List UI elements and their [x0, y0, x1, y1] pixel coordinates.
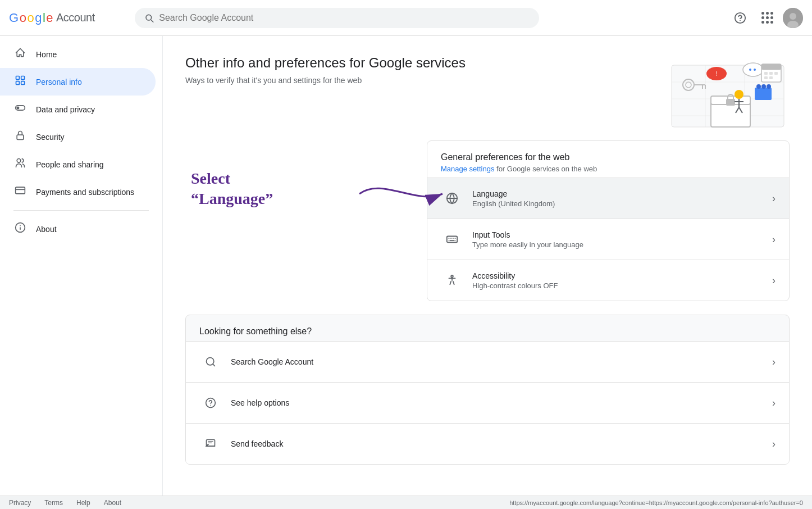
accessibility-icon [441, 269, 463, 292]
footer-help[interactable]: Help [76, 499, 90, 507]
language-item-text: Language English (United Kingdom) [472, 189, 763, 208]
accessibility-title: Accessibility [472, 271, 763, 280]
sidebar-item-label: Payments and subscriptions [36, 188, 134, 197]
illustration-svg: ! [666, 54, 790, 133]
svg-point-35 [754, 69, 756, 71]
chevron-right-icon: › [772, 275, 775, 287]
svg-text:!: ! [716, 71, 718, 77]
svg-rect-44 [769, 72, 773, 75]
accessibility-item-text: Accessibility High-contrast colours OFF [472, 271, 763, 290]
footer-about[interactable]: About [104, 499, 121, 507]
svg-point-66 [211, 405, 211, 406]
sidebar-item-label: Data and privacy [36, 105, 95, 114]
preferences-card: General preferences for the web Manage s… [427, 140, 790, 301]
handwritten-annotation: Select “Language” [191, 169, 273, 210]
svg-point-34 [749, 69, 751, 71]
chevron-right-icon: › [772, 356, 775, 368]
home-icon [13, 47, 27, 61]
card-subtitle: Manage settings for Google services on t… [441, 165, 775, 173]
svg-rect-45 [774, 72, 778, 75]
sidebar-item-label: Home [36, 50, 57, 59]
search-icon [199, 351, 222, 373]
feedback-icon [199, 433, 222, 455]
sidebar-item-people-sharing[interactable]: People and sharing [0, 151, 156, 178]
sidebar-item-personal-info[interactable]: Personal info [0, 68, 156, 96]
logo-area: Google Account [9, 11, 121, 25]
sidebar-item-label: Security [36, 133, 65, 142]
svg-rect-47 [769, 76, 773, 79]
subtitle-after-text: for Google services on the web [494, 165, 597, 173]
section-subtitle: Ways to verify that it's you and setting… [185, 76, 466, 85]
looking-card: Looking for something else? Search Googl… [185, 315, 790, 465]
chevron-right-icon: › [772, 193, 775, 204]
search-input[interactable] [159, 13, 530, 23]
help-label: See help options [231, 398, 763, 407]
sidebar: Home Personal info Data and privacy [0, 36, 163, 509]
svg-rect-7 [21, 76, 25, 80]
looking-item-help[interactable]: See help options › [186, 382, 789, 423]
card-item-language[interactable]: Language English (United Kingdom) › [427, 178, 789, 219]
footer-terms[interactable]: Terms [44, 499, 63, 507]
input-tools-title: Input Tools [472, 230, 763, 239]
svg-point-10 [16, 107, 19, 110]
header: Google Account [0, 0, 812, 36]
sidebar-item-payments[interactable]: Payments and subscriptions [0, 178, 156, 206]
help-icon [734, 12, 746, 24]
svg-rect-13 [16, 187, 25, 194]
svg-rect-8 [21, 81, 25, 85]
svg-point-3 [790, 13, 796, 20]
svg-rect-36 [755, 88, 772, 100]
chevron-right-icon: › [772, 397, 775, 409]
input-tools-item-text: Input Tools Type more easily in your lan… [472, 230, 763, 249]
looking-item-search[interactable]: Search Google Account › [186, 341, 789, 382]
looking-card-header: Looking for something else? [186, 315, 789, 341]
svg-point-12 [17, 159, 21, 163]
svg-rect-11 [17, 135, 24, 139]
person-icon [13, 75, 27, 89]
sidebar-item-label: People and sharing [36, 160, 104, 169]
credit-card-icon [13, 185, 27, 199]
sidebar-item-security[interactable]: Security [0, 123, 156, 151]
footer-privacy[interactable]: Privacy [9, 499, 31, 507]
language-subtitle: English (United Kingdom) [472, 199, 763, 208]
annotation-container: Select “Language” General preferences fo… [185, 140, 790, 301]
apps-button[interactable] [756, 7, 778, 29]
annotation-line2: “Language” [191, 189, 273, 209]
svg-point-33 [743, 63, 763, 76]
card-item-accessibility[interactable]: Accessibility High-contrast colours OFF … [427, 260, 789, 301]
sidebar-item-about[interactable]: About [0, 215, 156, 243]
card-title: General preferences for the web [441, 152, 775, 162]
search-bar [135, 8, 539, 28]
layout: Home Personal info Data and privacy [0, 36, 812, 509]
chevron-right-icon: › [772, 438, 775, 450]
looking-title: Looking for something else? [199, 326, 775, 337]
svg-rect-6 [16, 81, 20, 85]
sidebar-item-home[interactable]: Home [0, 40, 156, 68]
header-actions [729, 7, 803, 29]
avatar[interactable] [783, 8, 803, 28]
annotation-line1: Select [191, 169, 273, 189]
lock-icon [13, 130, 27, 144]
svg-rect-5 [16, 76, 20, 80]
looking-item-feedback[interactable]: Send feedback › [186, 423, 789, 464]
status-bar: Privacy Terms Help About https://myaccou… [0, 496, 812, 509]
manage-settings-link[interactable]: Manage settings [441, 165, 494, 173]
language-title: Language [472, 189, 763, 198]
help-button[interactable] [729, 7, 751, 29]
card-item-input-tools[interactable]: Input Tools Type more easily in your lan… [427, 219, 789, 260]
accessibility-subtitle: High-contrast colours OFF [472, 281, 763, 290]
search-label: Search Google Account [231, 357, 763, 366]
svg-rect-43 [764, 72, 768, 75]
google-logo[interactable]: Google Account [9, 11, 95, 25]
chevron-right-icon: › [772, 234, 775, 246]
avatar-image [783, 8, 803, 28]
section-header: Other info and preferences for Google se… [185, 36, 790, 146]
svg-rect-41 [761, 64, 781, 70]
sidebar-divider [13, 210, 149, 211]
grid-icon [761, 12, 773, 24]
svg-rect-46 [764, 76, 768, 79]
sidebar-item-label: About [36, 225, 57, 234]
sidebar-item-data-privacy[interactable]: Data and privacy [0, 96, 156, 123]
feedback-label: Send feedback [231, 439, 763, 448]
people-icon [13, 157, 27, 171]
